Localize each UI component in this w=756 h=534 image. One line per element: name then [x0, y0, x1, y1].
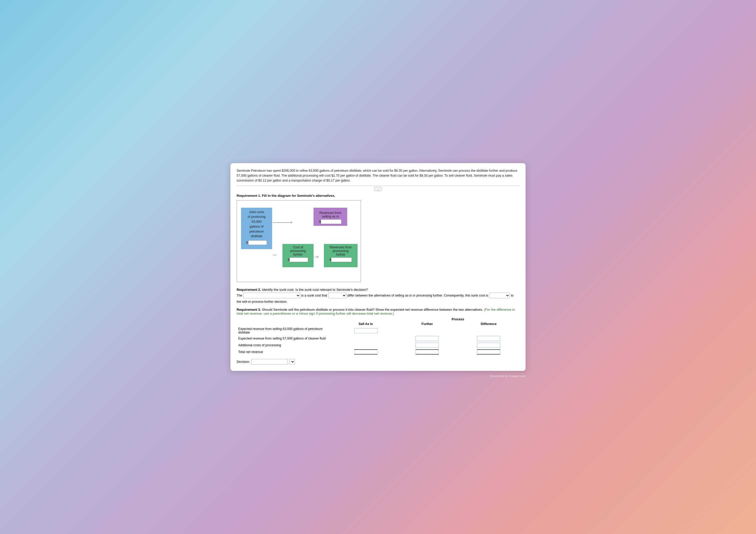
table-row: Expected revenue from selling 57,000 gal… [237, 335, 519, 342]
row2-sell [335, 335, 396, 342]
row4-label: Total net revenue [237, 349, 335, 355]
joint-line-5: petroleum [248, 229, 266, 234]
joint-line-6: distillate [248, 234, 266, 239]
revenues-sell-line1: Revenues from [319, 211, 341, 215]
differ-label: differ between the alternatives of selli… [347, 294, 488, 297]
row1-sell [335, 326, 396, 335]
row4-sell-input[interactable] [354, 349, 377, 354]
row1-label: Expected revenue from selling 63,000 gal… [237, 326, 335, 335]
row4-diff-input[interactable] [477, 349, 500, 354]
row3-sell [335, 342, 396, 349]
expand-button[interactable]: ... [374, 187, 381, 191]
row1-further [396, 326, 458, 335]
joint-line-1: Joint costs [248, 210, 266, 215]
revenues-process-input[interactable] [331, 257, 352, 262]
decision-label: Decision: [237, 360, 250, 364]
rev-process-line1: Revenues from [330, 245, 352, 249]
revenues-sell-line2: selling as is [322, 215, 339, 218]
row3-further [396, 342, 458, 349]
problem-text: Seminole Petroleum has spent $206,000 to… [237, 168, 519, 183]
the-label: The [237, 294, 242, 297]
req3-label: Requirement 3. [237, 308, 261, 312]
table-header-process: Process [396, 317, 519, 322]
cost-line3: further [293, 253, 303, 256]
arrow-solid-top: -----------------------> [273, 221, 292, 224]
col-further-header: Further [396, 322, 458, 326]
rev-process-line3: further [336, 253, 345, 256]
table-header-empty [237, 317, 335, 322]
decision-row: Decision: ▼ [237, 359, 519, 365]
cost-process-box: Cost of processing further $ [283, 244, 313, 267]
req2-dropdown3[interactable]: relevant irrelevant [489, 293, 510, 298]
results-table: Process Sell As Is Further Difference Ex… [237, 317, 519, 355]
rev-process-line2: processing [333, 249, 348, 253]
row2-diff-input[interactable] [477, 336, 500, 341]
rev-process-dollar: $ [330, 258, 331, 262]
row3-further-input[interactable] [416, 343, 439, 348]
diagram-container: Joint costs of producing 63,000 gallons … [237, 200, 361, 282]
joint-line-2: of producing [248, 214, 266, 219]
joint-line-3: 63,000 [248, 219, 266, 224]
col-sell-header: Sell As Is [335, 322, 396, 326]
row2-diff [458, 335, 519, 342]
arrow-dashed-bottom: ----- [273, 253, 277, 257]
is-sunk-label: is a sunk cost that [301, 294, 327, 297]
table-row: Additional costs of processing [237, 342, 519, 349]
row1-sell-input[interactable] [354, 328, 377, 333]
row3-diff-input[interactable] [477, 343, 500, 348]
watermark: Screenshot by Xnapper.com [490, 375, 526, 378]
req2-dropdown2[interactable]: does not does [328, 293, 346, 298]
decision-dropdown[interactable]: ▼ [289, 359, 295, 365]
cost-line1: Cost of [293, 245, 303, 249]
col-diff-header: Difference [458, 322, 519, 326]
table-header-sell [335, 317, 396, 322]
table-row: Expected revenue from selling 63,000 gal… [237, 326, 519, 335]
row4-diff [458, 349, 519, 355]
req2-label: Requirement 2. [237, 288, 261, 292]
cost-process-input[interactable] [289, 257, 308, 262]
revenues-sell-input[interactable] [321, 219, 341, 224]
row2-further [396, 335, 458, 342]
joint-line-4: gallons of [248, 224, 266, 229]
row1-diff [458, 326, 519, 335]
cost-dollar: $ [288, 258, 290, 262]
to-label: to [511, 294, 513, 297]
revenues-sell-dollar: $ [319, 220, 321, 223]
row3-label: Additional costs of processing [237, 342, 335, 349]
decision-input[interactable] [251, 359, 288, 365]
req2-note: the sell-or-process-further decision. [237, 300, 519, 303]
row4-sell [335, 349, 396, 355]
table-row-total: Total net revenue [237, 349, 519, 355]
row3-diff [458, 342, 519, 349]
joint-dollar: $ [246, 241, 248, 244]
main-card: Seminole Petroleum has spent $206,000 to… [230, 163, 526, 371]
req2-dropdown1[interactable]: joint cost of $206,000 [243, 293, 300, 298]
row4-further-input[interactable] [416, 349, 439, 354]
revenues-sell-box: Revenues from selling as is $ [313, 208, 347, 226]
row4-further [396, 349, 458, 355]
row2-label: Expected revenue from selling 57,000 gal… [237, 335, 335, 342]
joint-costs-box: Joint costs of producing 63,000 gallons … [241, 208, 272, 249]
req2-row: The joint cost of $206,000 is a sunk cos… [237, 293, 519, 298]
joint-costs-input[interactable] [248, 240, 267, 245]
arrow-right: --> [314, 255, 318, 259]
req1-title: Requirement 1. Fill in the diagram for S… [237, 194, 519, 198]
revenues-process-box: Revenues from processing further $ [324, 244, 358, 267]
row2-further-input[interactable] [416, 336, 439, 341]
diagram-inner: Joint costs of producing 63,000 gallons … [241, 205, 357, 278]
cost-line2: processing [290, 249, 306, 253]
